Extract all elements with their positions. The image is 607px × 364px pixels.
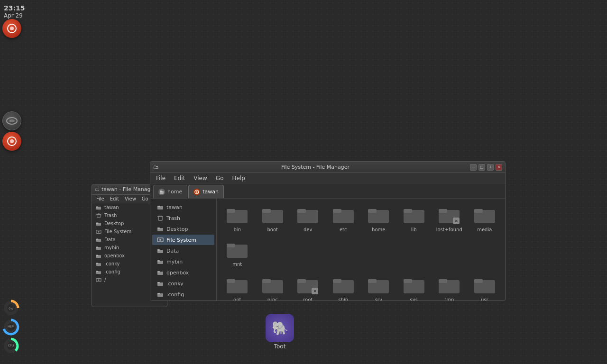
file-lost-found[interactable]: × lost+found bbox=[433, 203, 465, 234]
app-icon-third[interactable] bbox=[2, 132, 21, 151]
folder-dev-svg bbox=[296, 205, 319, 224]
sidebar-desktop-icon bbox=[157, 226, 164, 232]
folder-mnt-svg bbox=[226, 240, 248, 259]
menu-view[interactable]: View bbox=[190, 174, 211, 182]
tab-bar: home tawan bbox=[150, 183, 505, 199]
sidebar-data[interactable]: Data bbox=[152, 246, 214, 256]
file-boot[interactable]: boot bbox=[257, 203, 289, 234]
file-usr[interactable]: usr bbox=[469, 273, 501, 300]
folder-srv-svg bbox=[367, 275, 390, 294]
folder-etc-svg bbox=[332, 205, 355, 224]
mem-monitor: MEM bbox=[2, 318, 19, 336]
file-mnt-label: mnt bbox=[232, 262, 242, 267]
sidebar-config[interactable]: .config bbox=[152, 289, 214, 300]
file-root[interactable]: × root bbox=[292, 273, 324, 300]
third-icon-svg bbox=[7, 136, 17, 146]
file-dev[interactable]: dev bbox=[292, 203, 324, 234]
sidebar-desktop[interactable]: Desktop bbox=[152, 224, 214, 234]
file-sbin[interactable]: sbin bbox=[328, 273, 359, 300]
file-media[interactable]: media bbox=[469, 203, 501, 234]
file-opt[interactable]: opt bbox=[221, 273, 253, 300]
folder-opt-svg bbox=[226, 275, 248, 294]
folder-usr-svg bbox=[473, 275, 496, 294]
file-grid-row2: opt proc bbox=[221, 273, 500, 300]
toot-desktop-item[interactable]: 🐘 Toot bbox=[266, 314, 294, 350]
file-proc[interactable]: proc bbox=[257, 273, 289, 300]
toot-label: Toot bbox=[274, 343, 286, 350]
svg-rect-55 bbox=[157, 282, 160, 283]
window-controls: − □ + × bbox=[470, 164, 502, 171]
file-usr-icon-wrap bbox=[473, 275, 496, 295]
minimize-button[interactable]: − bbox=[470, 164, 477, 171]
file-srv[interactable]: srv bbox=[363, 273, 395, 300]
close-button[interactable]: × bbox=[496, 164, 502, 171]
svg-rect-21 bbox=[96, 222, 98, 224]
bg-menu-view[interactable]: View bbox=[122, 196, 138, 202]
svg-rect-33 bbox=[96, 271, 98, 272]
svg-rect-77 bbox=[227, 244, 235, 247]
folder-sbin-svg bbox=[332, 275, 355, 294]
svg-rect-93 bbox=[474, 279, 483, 283]
svg-rect-71 bbox=[404, 209, 412, 213]
tab-tawan[interactable]: tawan bbox=[188, 185, 224, 198]
sidebar-trash-icon bbox=[157, 215, 164, 221]
sidebar-mybin-label: mybin bbox=[166, 259, 183, 265]
sidebar-tawan-label: tawan bbox=[166, 204, 183, 210]
bg-menu-file[interactable]: File bbox=[94, 196, 107, 202]
bg-sidebar-data-label: Data bbox=[104, 237, 116, 242]
menu-help[interactable]: Help bbox=[228, 174, 248, 182]
bg-sidebar-config-label: .config bbox=[104, 269, 120, 274]
folder-lib-svg bbox=[403, 205, 425, 224]
svg-rect-63 bbox=[262, 209, 271, 213]
sidebar-trash[interactable]: Trash bbox=[152, 213, 214, 223]
file-usr-label: usr bbox=[481, 297, 488, 300]
file-mnt-icon-wrap bbox=[226, 240, 248, 260]
svg-rect-75 bbox=[474, 209, 483, 213]
file-mnt[interactable]: mnt bbox=[221, 238, 253, 269]
restore-button[interactable]: + bbox=[487, 164, 494, 171]
bg-menu-edit[interactable]: Edit bbox=[108, 196, 121, 202]
sidebar-conky-label: .conky bbox=[166, 281, 184, 287]
disk-monitor-svg: 0 u bbox=[2, 300, 19, 317]
maximize-button[interactable]: □ bbox=[478, 164, 485, 171]
menu-go[interactable]: Go bbox=[212, 174, 228, 182]
svg-text:MEM: MEM bbox=[8, 325, 14, 328]
sidebar-tawan[interactable]: tawan bbox=[152, 202, 214, 212]
sidebar-mybin[interactable]: mybin bbox=[152, 256, 214, 267]
sidebar-openbox[interactable]: openbox bbox=[152, 267, 214, 278]
sidebar-desktop-label: Desktop bbox=[166, 226, 188, 232]
svg-rect-57 bbox=[157, 293, 160, 294]
file-sbin-label: sbin bbox=[338, 297, 348, 300]
cpu-monitor: CPU bbox=[2, 337, 19, 355]
sidebar-conky[interactable]: .conky bbox=[152, 278, 214, 289]
sidebar-root[interactable]: / bbox=[152, 300, 214, 300]
svg-point-3 bbox=[9, 119, 15, 122]
file-dev-label: dev bbox=[304, 227, 312, 232]
bg-sidebar-trash-label: Trash bbox=[104, 213, 117, 218]
svg-rect-83 bbox=[297, 279, 306, 283]
app-icon-main[interactable] bbox=[2, 19, 21, 38]
file-home-icon-wrap bbox=[367, 205, 390, 225]
app-icon-secondary[interactable] bbox=[2, 111, 21, 130]
file-sys-label: sys bbox=[410, 297, 418, 300]
file-home[interactable]: home bbox=[363, 203, 395, 234]
bg-menu-go[interactable]: Go bbox=[139, 196, 151, 202]
file-lib[interactable]: lib bbox=[398, 203, 430, 234]
file-tmp[interactable]: tmp bbox=[433, 273, 465, 300]
system-monitors: 0 u MEM CPU bbox=[2, 300, 19, 355]
sidebar-mybin-icon bbox=[157, 258, 164, 265]
root-badge: × bbox=[312, 288, 318, 294]
main-titlebar[interactable]: 🗂 File System - File Manager − □ + × bbox=[150, 162, 505, 173]
main-window: 🗂 File System - File Manager − □ + × Fil… bbox=[150, 161, 506, 301]
svg-point-47 bbox=[159, 239, 161, 241]
folder-tmp-svg bbox=[438, 275, 460, 294]
system-clock: 23:15 Apr 29 bbox=[4, 4, 25, 20]
file-etc[interactable]: etc bbox=[328, 203, 359, 234]
sidebar-data-icon bbox=[157, 247, 164, 254]
file-bin[interactable]: bin bbox=[221, 203, 253, 234]
file-sys[interactable]: sys bbox=[398, 273, 430, 300]
menu-edit[interactable]: Edit bbox=[170, 174, 189, 182]
tab-home[interactable]: home bbox=[153, 185, 187, 198]
menu-file[interactable]: File bbox=[152, 174, 169, 182]
sidebar-filesystem[interactable]: File System bbox=[152, 235, 214, 245]
